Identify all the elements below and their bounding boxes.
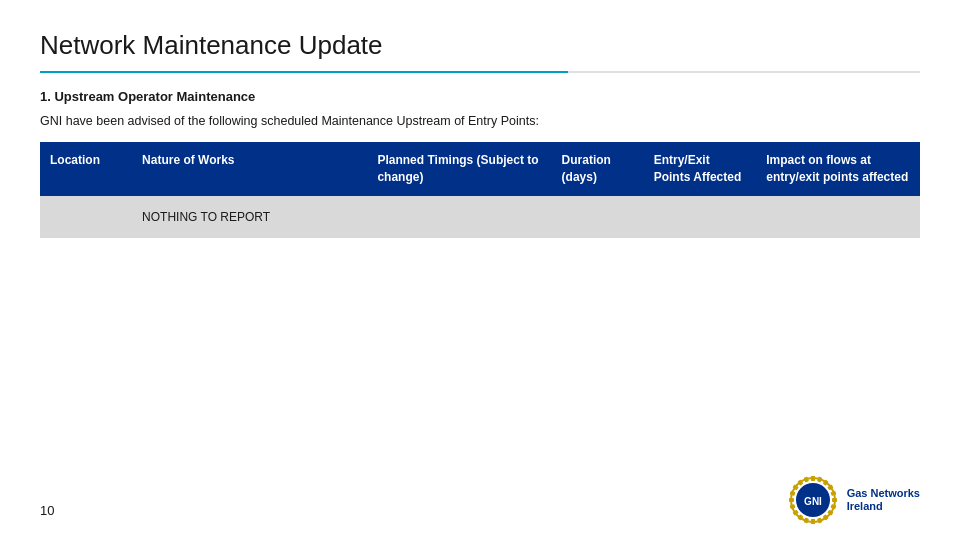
col-header-entry: Entry/Exit Points Affected xyxy=(644,142,757,196)
cell-location xyxy=(40,196,132,238)
logo-area: GNI Gas Networks Ireland xyxy=(787,474,920,526)
svg-rect-4 xyxy=(817,477,822,483)
logo-line1: Gas Networks xyxy=(847,487,920,500)
col-header-planned: Planned Timings (Subject to change) xyxy=(367,142,551,196)
cell-duration xyxy=(552,196,644,238)
cell-nature: NOTHING TO REPORT xyxy=(132,196,367,238)
svg-text:GNI: GNI xyxy=(804,496,822,507)
svg-rect-18 xyxy=(789,498,794,502)
svg-rect-9 xyxy=(830,504,836,509)
cell-planned xyxy=(367,196,551,238)
svg-rect-17 xyxy=(789,504,795,509)
svg-rect-12 xyxy=(817,517,822,523)
col-header-impact: Impact on flows at entry/exit points aff… xyxy=(756,142,920,196)
col-header-duration: Duration (days) xyxy=(552,142,644,196)
svg-rect-3 xyxy=(811,476,815,481)
logo-line2: Ireland xyxy=(847,500,920,513)
gni-logo-icon: GNI xyxy=(787,474,839,526)
svg-rect-13 xyxy=(811,519,815,524)
table-row: NOTHING TO REPORT xyxy=(40,196,920,238)
svg-rect-8 xyxy=(832,498,837,502)
svg-rect-19 xyxy=(789,491,795,496)
page: Network Maintenance Update 1. Upstream O… xyxy=(0,0,960,540)
logo-text: Gas Networks Ireland xyxy=(847,487,920,513)
svg-rect-14 xyxy=(803,517,808,523)
page-number: 10 xyxy=(40,503,54,518)
col-header-nature: Nature of Works xyxy=(132,142,367,196)
svg-rect-22 xyxy=(803,477,808,483)
maintenance-table: Location Nature of Works Planned Timings… xyxy=(40,142,920,238)
col-header-location: Location xyxy=(40,142,132,196)
svg-rect-7 xyxy=(830,491,836,496)
cell-entry xyxy=(644,196,757,238)
page-title: Network Maintenance Update xyxy=(40,30,920,61)
description: GNI have been advised of the following s… xyxy=(40,114,920,128)
cell-impact xyxy=(756,196,920,238)
section-heading: 1. Upstream Operator Maintenance xyxy=(40,89,920,104)
divider xyxy=(40,71,920,73)
table-header-row: Location Nature of Works Planned Timings… xyxy=(40,142,920,196)
